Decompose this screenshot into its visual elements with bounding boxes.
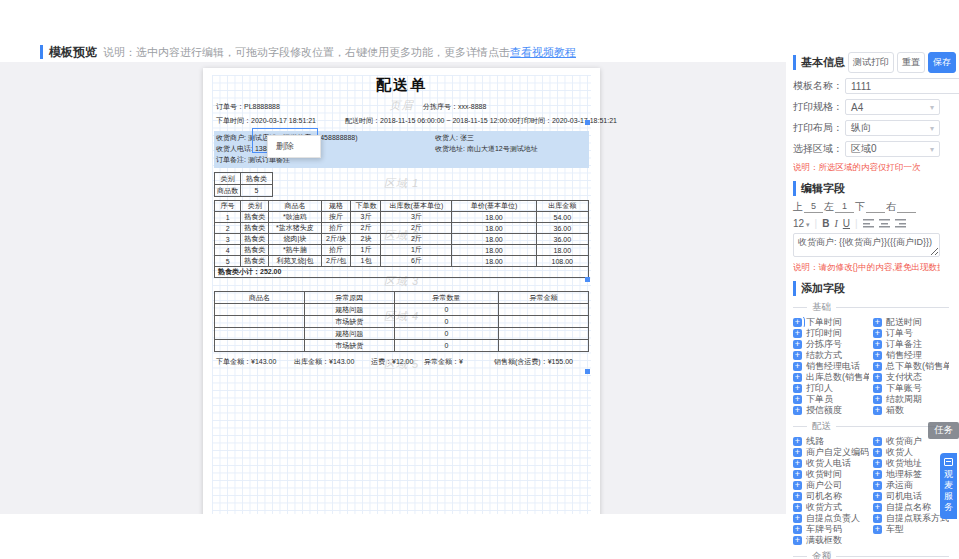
plus-icon[interactable] (873, 437, 882, 446)
receiver-field[interactable]: 收货人: 张三 (435, 133, 474, 143)
add-field-item[interactable]: 销售经理 (873, 350, 949, 360)
add-field-item[interactable]: 打印人 (793, 383, 869, 393)
add-field-item[interactable]: 司机名称 (793, 491, 869, 501)
add-field-item[interactable]: 车牌号码 (793, 524, 869, 534)
plus-icon[interactable] (793, 406, 802, 415)
template-name-input[interactable] (845, 78, 959, 94)
field-edit-textarea[interactable]: 收货商户: {{收货商户}}({{商户ID}}) (793, 233, 940, 257)
add-field-item[interactable]: 销售经理电话 (793, 361, 869, 371)
plus-icon[interactable] (793, 395, 802, 404)
plus-icon[interactable] (793, 448, 802, 457)
plus-icon[interactable] (793, 536, 802, 545)
service-tab[interactable]: 观麦服务 (940, 453, 957, 519)
delivery-time-field[interactable]: 配送时间：2018-11-15 06:00:00 ~ 2018-11-15 12… (345, 117, 517, 124)
add-field-item[interactable]: 订单号 (873, 328, 949, 338)
add-field-item[interactable]: 总下单数(销售单位) (873, 361, 949, 371)
plus-icon[interactable] (873, 318, 882, 327)
plus-icon[interactable] (793, 459, 802, 468)
add-field-item[interactable]: 结款方式 (793, 350, 869, 360)
plus-icon[interactable] (873, 373, 882, 382)
add-field-item[interactable]: 下单员 (793, 394, 869, 404)
plus-icon[interactable] (873, 492, 882, 501)
plus-icon[interactable] (793, 470, 802, 479)
plus-icon[interactable] (873, 470, 882, 479)
font-size-select[interactable]: 12 (793, 218, 810, 229)
add-field-item[interactable]: 承运商 (873, 480, 949, 490)
add-field-item[interactable]: 收货人电话 (793, 458, 869, 468)
add-field-item[interactable]: 收货方式 (793, 502, 869, 512)
add-field-item[interactable]: 支付状态 (873, 372, 949, 382)
category-summary-table[interactable]: 类别熟食类商品数5 (214, 172, 273, 197)
plus-icon[interactable] (873, 503, 882, 512)
plus-icon[interactable] (793, 362, 802, 371)
add-field-item[interactable]: 出库总数(销售单位) (793, 372, 869, 382)
plus-icon[interactable] (873, 448, 882, 457)
video-tutorial-link[interactable]: 查看视频教程 (510, 46, 576, 58)
add-field-item[interactable]: 订单备注 (873, 339, 949, 349)
add-field-item[interactable]: 商户自定义编码 (793, 447, 869, 457)
add-field-item[interactable]: 配送时间 (873, 317, 949, 327)
sorting-number-field[interactable]: 分拣序号：xxx-8888 (423, 102, 486, 112)
totals-row[interactable]: 下单金额：¥143.00 出库金额：¥143.00 运费：¥12.00 异常金额… (214, 357, 589, 367)
plus-icon[interactable] (873, 406, 882, 415)
print-spec-select[interactable]: A4 (845, 99, 940, 115)
plus-icon[interactable] (793, 384, 802, 393)
plus-icon[interactable] (793, 329, 802, 338)
plus-icon[interactable] (793, 318, 802, 327)
plus-icon[interactable] (873, 525, 882, 534)
add-field-item[interactable]: 地理标签 (873, 469, 949, 479)
delivery-print-time-field[interactable]: 配送时间：2018-11-15 06:00:00 ~ 2018-11-15 12… (345, 116, 617, 126)
plus-icon[interactable] (793, 373, 802, 382)
plus-icon[interactable] (793, 492, 802, 501)
add-field-item[interactable]: 下单时间 (793, 317, 869, 327)
receiver-address-field[interactable]: 收货地址: 南山大道12号测试地址 (435, 144, 538, 154)
align-center-icon[interactable] (879, 219, 890, 228)
add-field-item[interactable]: 车型 (873, 524, 949, 534)
underline-button[interactable]: U (843, 218, 850, 229)
context-menu-delete[interactable]: 删除 (268, 136, 320, 157)
plus-icon[interactable] (873, 514, 882, 523)
margin-top-input[interactable]: 5 (804, 201, 823, 213)
test-print-button[interactable]: 测试打印 (848, 52, 894, 73)
select-region-select[interactable]: 区域0 (845, 141, 940, 157)
add-field-item[interactable]: 箱数 (873, 405, 949, 415)
print-time-field[interactable]: 打印时间：2020-03-17 18:51:21 (517, 117, 617, 124)
plus-icon[interactable] (873, 340, 882, 349)
add-field-item[interactable]: 打印时间 (793, 328, 869, 338)
plus-icon[interactable] (793, 340, 802, 349)
add-field-item[interactable]: 授信额度 (793, 405, 869, 415)
add-field-item[interactable]: 下单账号 (873, 383, 949, 393)
margin-left-input[interactable]: 1 (835, 201, 854, 213)
plus-icon[interactable] (793, 525, 802, 534)
document-page[interactable]: 页眉 区域 0 区域 1 区域 2 区域 3 区域 4 区域 5 配送单 订单号… (203, 68, 600, 514)
align-right-icon[interactable] (895, 219, 906, 228)
plus-icon[interactable] (793, 503, 802, 512)
margin-bottom-input[interactable] (866, 201, 885, 213)
italic-button[interactable]: I (834, 218, 837, 229)
add-field-item[interactable]: 分拣序号 (793, 339, 869, 349)
add-field-item[interactable]: 结款周期 (873, 394, 949, 404)
add-field-item[interactable]: 商户公司 (793, 480, 869, 490)
order-time-field[interactable]: 下单时间：2020-03-17 18:51:21 (216, 116, 316, 126)
reset-button[interactable]: 重置 (897, 52, 925, 73)
margin-right-input[interactable] (897, 201, 916, 213)
order-items-table[interactable]: 序号类别商品名规格下单数出库数(基本单位)单价(基本单位)出库金额1熟食类*豉油… (214, 200, 589, 278)
plus-icon[interactable] (793, 514, 802, 523)
region-resize-handle[interactable] (585, 277, 590, 282)
add-field-item[interactable]: 满载框数 (793, 535, 869, 545)
plus-icon[interactable] (873, 351, 882, 360)
plus-icon[interactable] (793, 351, 802, 360)
save-button[interactable]: 保存 (928, 52, 956, 73)
print-layout-select[interactable]: 纵向 (845, 120, 940, 136)
add-field-item[interactable]: 收货人 (873, 447, 949, 457)
plus-icon[interactable] (873, 384, 882, 393)
add-field-item[interactable]: 自提点名称 (873, 502, 949, 512)
document-title[interactable]: 配送单 (214, 76, 589, 94)
plus-icon[interactable] (873, 362, 882, 371)
region-resize-handle[interactable] (585, 120, 590, 125)
add-field-item[interactable]: 线路 (793, 436, 869, 446)
plus-icon[interactable] (873, 395, 882, 404)
template-canvas[interactable]: 页眉 区域 0 区域 1 区域 2 区域 3 区域 4 区域 5 配送单 订单号… (0, 62, 786, 514)
plus-icon[interactable] (793, 481, 802, 490)
bold-button[interactable]: B (822, 218, 829, 229)
